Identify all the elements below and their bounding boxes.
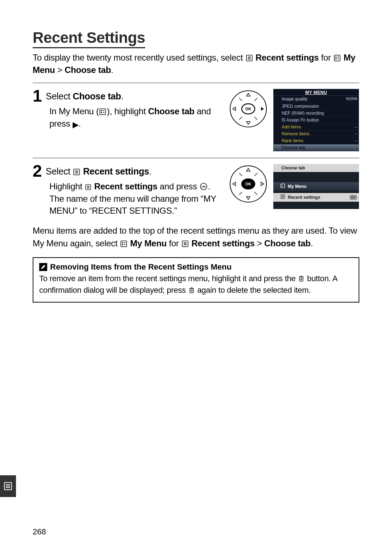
svg-text:OK: OK	[245, 182, 252, 186]
after-paragraph: Menu items are added to the top of the r…	[33, 225, 359, 251]
svg-rect-47	[282, 185, 282, 186]
svg-rect-10	[101, 110, 102, 111]
svg-marker-41	[261, 182, 264, 186]
ok-button-icon: OK	[200, 181, 207, 193]
svg-line-44	[239, 192, 242, 195]
svg-marker-19	[233, 107, 236, 111]
note-box: Removing Items from the Recent Settings …	[33, 257, 359, 303]
divider-2	[33, 158, 359, 158]
svg-line-24	[254, 117, 257, 120]
divider-1	[33, 83, 359, 83]
lcd-row: NEF (RAW) recording	[274, 110, 359, 116]
camera-lcd-mymenu: MY MENU Image qualityNORMJPEG compressio…	[273, 89, 359, 151]
svg-text:OK: OK	[201, 185, 206, 188]
step-2-number: 2	[33, 163, 42, 179]
intro-bold-recent: Recent settings	[256, 53, 319, 62]
svg-marker-40	[233, 182, 236, 186]
recent-settings-icon	[85, 181, 91, 193]
intro-mid: for	[321, 53, 333, 62]
svg-marker-38	[246, 168, 250, 171]
recent-settings-icon	[73, 167, 80, 177]
manual-page: Recent Settings To display the twenty mo…	[0, 0, 392, 554]
lcd-row: f3 Assign Fn button	[274, 116, 359, 123]
step-1-text: 1 Select Choose tab. In My Menu (), high…	[33, 87, 223, 151]
step-1-figures: OK MY MENU Image qualityNORMJPEG compres…	[228, 89, 359, 151]
svg-rect-53	[121, 241, 127, 247]
lcd-row: Choose tab	[274, 144, 359, 151]
svg-rect-6	[335, 58, 336, 59]
pencil-icon	[39, 263, 47, 271]
svg-marker-20	[261, 107, 264, 111]
lcd-header: MY MENU	[274, 89, 359, 96]
lcd-row: Remove items--	[274, 130, 359, 137]
multi-selector-icon: OK	[228, 89, 268, 129]
svg-rect-4	[334, 55, 340, 61]
svg-rect-11	[101, 112, 102, 113]
step-2-text: 2 Select Recent settings. Highlight Rece…	[33, 163, 223, 217]
camera-lcd-choosetab: Choose tab My Menu Recent settings OK	[273, 164, 359, 209]
svg-line-21	[239, 98, 242, 101]
step-1-body: In My Menu (), highlight Choose tab and …	[33, 106, 223, 130]
svg-rect-54	[122, 242, 123, 243]
note-title: Removing Items from the Recent Settings …	[39, 262, 353, 272]
svg-marker-39	[246, 197, 250, 200]
ok-badge: OK	[350, 195, 357, 200]
lcd2-option-recent: Recent settings OK	[273, 193, 359, 202]
svg-line-22	[254, 98, 257, 101]
step-1: 1 Select Choose tab. In My Menu (), high…	[33, 87, 359, 151]
intro-post: .	[111, 65, 113, 75]
lcd-row: Image qualityNORM	[274, 96, 359, 103]
section-tab-icon	[0, 475, 16, 497]
step-2-figures: OK Choose tab My Menu	[228, 164, 359, 217]
step-2-body: Highlight Recent settings and press OK. …	[33, 181, 223, 217]
lcd-row: Add items--	[274, 123, 359, 130]
recent-settings-icon	[246, 53, 253, 64]
step-1-heading: Select Choose tab.	[46, 91, 123, 101]
lcd-row: Rank items--	[274, 137, 359, 144]
lcd2-title: Choose tab	[273, 164, 359, 172]
my-menu-icon	[121, 238, 127, 251]
step-2: 2 Select Recent settings. Highlight Rece…	[33, 163, 359, 217]
multi-selector-icon: OK	[228, 164, 268, 204]
lcd2-option-mymenu: My Menu	[273, 182, 359, 191]
svg-line-23	[239, 117, 242, 120]
svg-text:OK: OK	[245, 107, 252, 111]
trash-icon	[189, 286, 195, 297]
svg-rect-46	[281, 184, 285, 188]
right-triangle-icon: ▶	[73, 120, 79, 129]
svg-marker-18	[246, 122, 250, 124]
svg-rect-48	[282, 186, 282, 187]
svg-line-42	[239, 173, 242, 176]
intro-pre: To display the twenty most recently used…	[33, 53, 245, 62]
svg-rect-5	[335, 57, 336, 58]
page-number: 268	[33, 527, 46, 537]
svg-line-45	[254, 192, 257, 195]
recent-settings-icon	[182, 238, 188, 251]
step-2-heading: Select Recent settings.	[46, 166, 151, 176]
page-title: Recent Settings	[33, 29, 145, 48]
lcd-row: JPEG compression	[274, 103, 359, 110]
intro-bold-choosetab: Choose tab	[65, 65, 111, 75]
note-body: To remove an item from the recent settin…	[39, 273, 353, 297]
svg-marker-17	[246, 93, 250, 96]
svg-line-43	[254, 173, 257, 176]
svg-rect-9	[100, 109, 106, 115]
step-1-number: 1	[33, 87, 42, 104]
intro-paragraph: To display the twenty most recently used…	[33, 52, 359, 76]
my-menu-icon	[334, 53, 340, 64]
my-menu-icon	[99, 106, 106, 118]
svg-rect-55	[122, 244, 123, 245]
my-menu-icon	[281, 184, 285, 189]
trash-icon	[298, 274, 304, 285]
intro-gt: >	[55, 65, 64, 75]
recent-settings-icon	[281, 194, 285, 200]
